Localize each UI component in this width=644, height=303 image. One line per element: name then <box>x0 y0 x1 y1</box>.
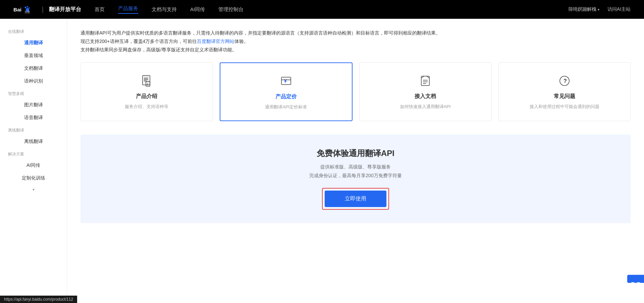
sidebar-item-general-translate[interactable]: 通用翻译 <box>0 37 67 49</box>
card-product-pricing[interactable]: ¥ 产品定价 通用翻译API定价标准 <box>220 62 353 121</box>
feature-cards-row: ¥ 产品介绍 服务介绍、支持语种等 ¥ 产品定价 通用翻译API定价标准 <box>80 62 631 121</box>
nav-items: 首页 产品服务 文档与支持 AI同传 管理控制台 <box>95 5 568 14</box>
nav-right: 筛唣嫇蹦解槐 ▾ 访问AI主站 <box>568 6 631 12</box>
card-faq[interactable]: ? 常见问题 接入和使用过程中可能会遇到的问题 <box>498 62 631 121</box>
svg-text:百度: 百度 <box>24 10 30 14</box>
product-description: 通用翻译API可为用户提供实时优质的多语言翻译服务，只需传入待翻译的内容，并指定… <box>80 29 631 54</box>
card-faq-desc: 接入和使用过程中可能会遇到的问题 <box>530 103 599 110</box>
faq-icon: ? <box>556 73 573 89</box>
card-intro-title: 产品介绍 <box>136 93 157 100</box>
card-docs-title: 接入文档 <box>415 93 436 100</box>
svg-point-2 <box>27 6 28 7</box>
svg-point-3 <box>29 7 30 8</box>
sidebar-item-doc-translate[interactable]: 文档翻译 <box>0 62 67 75</box>
nav-home[interactable]: 首页 <box>95 6 105 13</box>
customer-service-button[interactable]: 咨询在线客服 小鹅知更鸟 <box>627 275 644 283</box>
top-navigation: Bai 百度 ｜ 翻译开放平台 首页 产品服务 文档与支持 AI同传 管理控制台… <box>0 0 644 19</box>
svg-point-1 <box>24 6 26 8</box>
trial-desc-line2: 完成身份认证，最高每月享200万免费字符量 <box>309 171 401 180</box>
svg-text:¥: ¥ <box>147 83 149 86</box>
sidebar-item-offline-translate[interactable]: 离线翻译 <box>0 135 67 148</box>
sidebar-item-language-detect[interactable]: 语种识别 <box>0 75 67 88</box>
access-docs-icon <box>417 73 433 89</box>
svg-text:¥: ¥ <box>284 78 287 84</box>
baidu-translate-link[interactable]: 百度翻译官方网站 <box>197 39 234 44</box>
desc-line3: 支持翻译结果同步至网盘保存，高级版/尊享版还支持自定义术语翻译功能。 <box>80 47 237 52</box>
card-access-docs[interactable]: 接入文档 如何快速接入通用翻译API <box>359 62 492 121</box>
product-intro-icon: ¥ <box>139 73 155 89</box>
trial-section: 免费体验通用翻译API 提供标准版、高级版、尊享版服务 完成身份认证，最高每月享… <box>80 135 631 223</box>
desc-line2-start: 现已支持200+语种互译，覆盖4万多个语言方向，可前往 <box>80 39 197 44</box>
nav-ai-sync[interactable]: AI同传 <box>190 6 205 13</box>
user-name: 筛唣嫇蹦解槐 <box>568 6 596 12</box>
card-product-intro[interactable]: ¥ 产品介绍 服务介绍、支持语种等 <box>80 62 213 121</box>
trial-use-now-button[interactable]: 立即使用 <box>325 191 386 207</box>
sidebar-section-label-solutions: 解决方案 <box>0 148 67 159</box>
sidebar-item-voice-translate[interactable]: 语音翻译 <box>0 111 67 124</box>
sidebar-section-label-online: 在线翻译 <box>0 26 67 37</box>
product-pricing-icon: ¥ <box>278 73 294 89</box>
statusbar: https://api.fanyi.baidu.com/product/112 <box>0 296 77 303</box>
sidebar-section-offline-translate: 离线翻译 离线翻译 <box>0 124 67 148</box>
card-faq-title: 常见问题 <box>554 93 575 100</box>
card-pricing-title: 产品定价 <box>275 93 297 100</box>
main-wrapper: 在线翻译 通用翻译 垂直领域 文档翻译 语种识别 智慧多模 图片翻译 语音翻译 … <box>0 19 644 303</box>
sidebar-section-solutions: 解决方案 AI同传 定制化训练 <box>0 148 67 185</box>
trial-title: 免费体验通用翻译API <box>317 148 394 159</box>
sidebar-section-smart-multimodal: 智慧多模 图片翻译 语音翻译 <box>0 88 67 124</box>
statusbar-url: https://api.fanyi.baidu.com/product/112 <box>4 297 73 302</box>
sidebar-item-image-translate[interactable]: 图片翻译 <box>0 99 67 111</box>
user-menu[interactable]: 筛唣嫇蹦解槐 ▾ <box>568 6 599 12</box>
desc-line2-end: 体验。 <box>234 39 249 44</box>
nav-docs[interactable]: 文档与支持 <box>152 6 177 13</box>
card-docs-desc: 如何快速接入通用翻译API <box>400 103 451 110</box>
trial-desc-line1: 提供标准版、高级版、尊享版服务 <box>309 163 401 171</box>
svg-text:?: ? <box>564 78 567 84</box>
sidebar-item-vertical-domain[interactable]: 垂直领域 <box>0 49 67 62</box>
card-intro-desc: 服务介绍、支持语种等 <box>125 103 168 110</box>
logo-area: Bai 百度 ｜ 翻译开放平台 <box>13 5 81 14</box>
card-pricing-desc: 通用翻译API定价标准 <box>265 104 307 111</box>
scroll-down-indicator: ▾ <box>0 185 67 195</box>
sidebar-item-ai-sync[interactable]: AI同传 <box>0 159 67 172</box>
sidebar-section-online-translate: 在线翻译 通用翻译 垂直领域 文档翻译 语种识别 <box>0 26 67 88</box>
sidebar-section-label-offline: 离线翻译 <box>0 124 67 135</box>
chevron-down-icon: ▾ <box>598 8 599 11</box>
baidu-logo: Bai 百度 <box>13 5 34 14</box>
trial-button-wrapper: 立即使用 <box>322 188 389 210</box>
desc-line1: 通用翻译API可为用户提供实时优质的多语言翻译服务，只需传入待翻译的内容，并指定… <box>80 30 440 36</box>
svg-text:Bai: Bai <box>13 7 21 12</box>
sidebar-item-custom-training[interactable]: 定制化训练 <box>0 172 67 185</box>
sidebar: 在线翻译 通用翻译 垂直领域 文档翻译 语种识别 智慧多模 图片翻译 语音翻译 … <box>0 19 67 303</box>
nav-console[interactable]: 管理控制台 <box>218 6 244 13</box>
trial-description: 提供标准版、高级版、尊享版服务 完成身份认证，最高每月享200万免费字符量 <box>309 163 401 180</box>
nav-products[interactable]: 产品服务 <box>118 5 138 14</box>
visit-ai-link[interactable]: 访问AI主站 <box>607 6 631 12</box>
sidebar-section-label-smart: 智慧多模 <box>0 88 67 99</box>
platform-name: 翻译开放平台 <box>49 6 81 13</box>
main-content: 通用翻译API可为用户提供实时优质的多语言翻译服务，只需传入待翻译的内容，并指定… <box>67 19 644 303</box>
